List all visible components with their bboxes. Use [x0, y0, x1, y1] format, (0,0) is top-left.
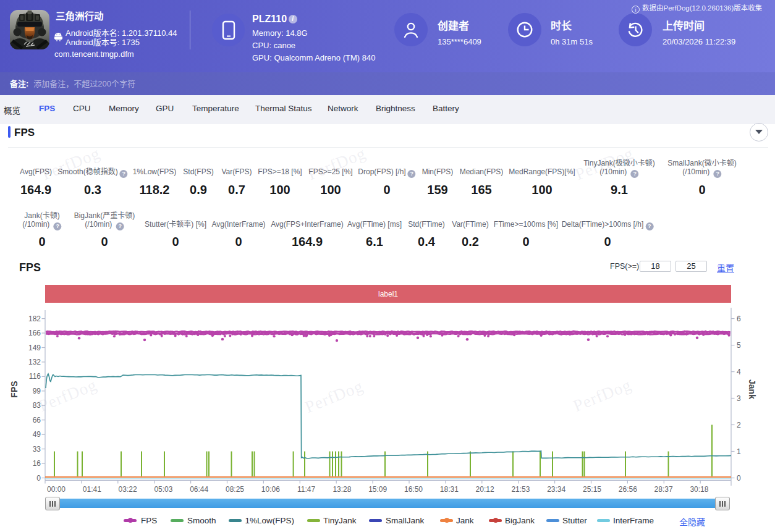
svg-text:132: 132: [28, 358, 41, 366]
svg-text:166: 166: [28, 329, 41, 337]
svg-text:30:18: 30:18: [690, 485, 708, 494]
svg-text:26:56: 26:56: [619, 485, 637, 494]
svg-text:06:44: 06:44: [190, 485, 208, 494]
svg-text:83: 83: [33, 401, 41, 410]
svg-text:0: 0: [36, 474, 41, 483]
svg-text:FPS: FPS: [9, 381, 19, 397]
svg-text:33: 33: [33, 445, 41, 454]
svg-text:20:12: 20:12: [476, 485, 494, 494]
svg-text:23:34: 23:34: [547, 485, 565, 494]
svg-text:PerfDog: PerfDog: [36, 375, 100, 415]
svg-text:28:37: 28:37: [654, 485, 673, 494]
svg-text:116: 116: [29, 372, 41, 381]
svg-text:label1: label1: [378, 290, 398, 298]
svg-text:25:15: 25:15: [583, 485, 601, 494]
svg-text:149: 149: [28, 344, 41, 352]
svg-text:00:00: 00:00: [47, 485, 66, 494]
svg-text:16:50: 16:50: [404, 485, 423, 494]
svg-text:13:28: 13:28: [332, 485, 351, 494]
svg-text:03:22: 03:22: [119, 485, 137, 494]
svg-text:21:53: 21:53: [511, 485, 530, 494]
svg-text:99: 99: [33, 387, 41, 395]
svg-text:16: 16: [33, 459, 41, 468]
svg-text:18:31: 18:31: [440, 485, 459, 494]
svg-text:3: 3: [737, 394, 741, 403]
svg-text:01:41: 01:41: [83, 485, 101, 494]
svg-text:6: 6: [737, 315, 741, 323]
svg-text:66: 66: [33, 416, 41, 424]
svg-text:2: 2: [737, 421, 741, 429]
svg-text:11:47: 11:47: [297, 485, 315, 494]
svg-text:08:25: 08:25: [226, 485, 244, 494]
svg-text:PerfDog: PerfDog: [570, 375, 634, 415]
svg-text:05:03: 05:03: [154, 485, 172, 494]
svg-text:182: 182: [28, 315, 41, 323]
svg-text:0: 0: [737, 474, 741, 483]
svg-text:15:09: 15:09: [368, 485, 387, 494]
svg-text:5: 5: [737, 341, 741, 350]
svg-text:4: 4: [737, 368, 741, 376]
svg-text:49: 49: [33, 430, 41, 439]
svg-text:PerfDog: PerfDog: [302, 376, 366, 416]
svg-text:10:06: 10:06: [261, 485, 280, 494]
svg-text:Jank: Jank: [747, 379, 757, 399]
svg-text:1: 1: [737, 447, 741, 456]
